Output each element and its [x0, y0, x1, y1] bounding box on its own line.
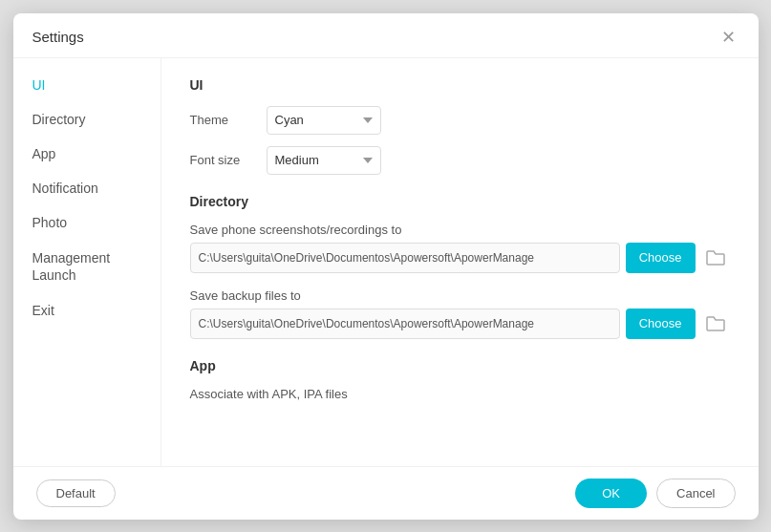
title-bar: Settings ✕ [13, 13, 759, 58]
sidebar-item-management-launch[interactable]: Management Launch [13, 240, 161, 293]
screenshots-path-input[interactable] [190, 243, 620, 273]
directory-section-title: Directory [190, 194, 730, 209]
sidebar-item-app[interactable]: App [13, 137, 161, 171]
screenshots-row: Save phone screenshots/recordings to Cho… [190, 223, 730, 273]
sidebar: UI Directory App Notification Photo Mana… [13, 58, 161, 466]
footer-right: OK Cancel [575, 479, 735, 508]
screenshots-folder-button[interactable] [701, 247, 730, 268]
close-button[interactable]: ✕ [717, 27, 739, 48]
theme-select[interactable]: Cyan Dark Light [267, 106, 381, 135]
default-button[interactable]: Default [36, 479, 116, 507]
ok-button[interactable]: OK [575, 479, 647, 508]
backup-input-row: Choose [190, 309, 730, 339]
theme-label: Theme [190, 113, 267, 127]
content-area: UI Theme Cyan Dark Light Font size Small… [161, 58, 759, 466]
ui-section-title: UI [190, 77, 730, 93]
associate-label: Associate with APK, IPA files [190, 387, 730, 401]
font-size-label: Font size [190, 153, 267, 167]
folder-icon [705, 315, 726, 332]
backup-row: Save backup files to Choose [190, 288, 730, 339]
dialog-title: Settings [32, 29, 84, 45]
theme-row: Theme Cyan Dark Light [190, 106, 730, 135]
font-size-select[interactable]: Small Medium Large [267, 146, 381, 175]
folder-icon [705, 249, 726, 266]
app-section: App Associate with APK, IPA files [190, 358, 730, 401]
cancel-button[interactable]: Cancel [656, 479, 735, 508]
backup-choose-button[interactable]: Choose [626, 309, 696, 339]
app-section-title: App [190, 358, 730, 373]
screenshots-choose-button[interactable]: Choose [626, 243, 696, 273]
settings-dialog: Settings ✕ UI Directory App Notification… [13, 13, 759, 520]
footer: Default OK Cancel [13, 466, 759, 520]
backup-label: Save backup files to [190, 288, 730, 303]
sidebar-item-photo[interactable]: Photo [13, 205, 161, 240]
sidebar-item-directory[interactable]: Directory [13, 102, 161, 137]
directory-section: Directory Save phone screenshots/recordi… [190, 194, 730, 339]
screenshots-label: Save phone screenshots/recordings to [190, 223, 730, 237]
sidebar-item-exit[interactable]: Exit [13, 293, 161, 328]
sidebar-item-notification[interactable]: Notification [13, 171, 161, 205]
dialog-body: UI Directory App Notification Photo Mana… [13, 58, 759, 466]
sidebar-item-ui[interactable]: UI [13, 68, 161, 102]
backup-folder-button[interactable] [701, 313, 730, 334]
font-size-row: Font size Small Medium Large [190, 146, 730, 175]
screenshots-input-row: Choose [190, 243, 730, 273]
backup-path-input[interactable] [190, 309, 620, 339]
